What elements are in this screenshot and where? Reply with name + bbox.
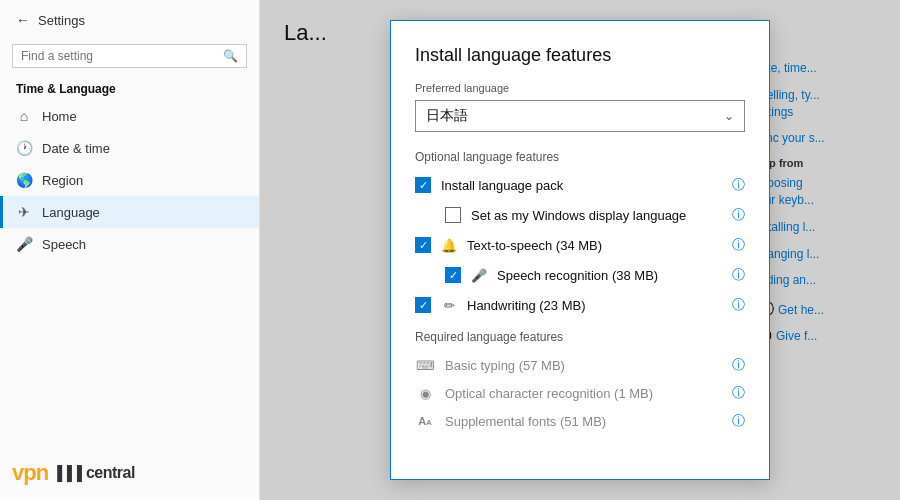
label-basic-typing: Basic typing (57 MB) [445,358,722,373]
globe-icon: 🌎 [16,172,32,188]
dropdown-value: 日本語 [426,107,468,125]
handwriting-icon: ✏ [441,298,457,313]
info-icon-install-lang[interactable]: ⓘ [732,176,745,194]
settings-title: Settings [38,13,85,28]
feature-speech-recognition: 🎤 Speech recognition (38 MB) ⓘ [415,266,745,284]
info-icon-display-lang[interactable]: ⓘ [732,206,745,224]
nav-label-home: Home [42,109,77,124]
info-icon-fonts[interactable]: ⓘ [732,412,745,430]
feature-handwriting: ✏ Handwriting (23 MB) ⓘ [415,296,745,314]
sidebar-item-region[interactable]: 🌎 Region [0,164,259,196]
speech-rec-icon: 🎤 [471,268,487,283]
install-language-modal: Install language features Preferred lang… [390,20,770,480]
vpn-logo: vpn ▐▐▐ central [0,454,147,492]
clock-icon: 🕐 [16,140,32,156]
checkbox-handwriting[interactable] [415,297,431,313]
ocr-icon: ◉ [415,386,435,401]
label-install-lang-pack: Install language pack [441,178,722,193]
checkbox-speech-rec[interactable] [445,267,461,283]
nav-label-date: Date & time [42,141,110,156]
label-ocr: Optical character recognition (1 MB) [445,386,722,401]
feature-install-lang-pack: Install language pack ⓘ [415,176,745,194]
sidebar-item-date-time[interactable]: 🕐 Date & time [0,132,259,164]
label-speech-rec: Speech recognition (38 MB) [497,268,722,283]
modal-overlay: Install language features Preferred lang… [260,0,900,500]
nav-label-language: Language [42,205,100,220]
search-icon: 🔍 [223,49,238,63]
optional-section-heading: Optional language features [415,150,745,164]
keyboard-icon: ⌨ [415,358,435,373]
modal-title: Install language features [415,45,745,66]
tts-icon: 🔔 [441,238,457,253]
language-icon: ✈ [16,204,32,220]
preferred-language-label: Preferred language [415,82,745,94]
label-supplemental-fonts: Supplemental fonts (51 MB) [445,414,722,429]
search-box[interactable]: 🔍 [12,44,247,68]
sidebar-item-speech[interactable]: 🎤 Speech [0,228,259,260]
checkbox-tts[interactable] [415,237,431,253]
language-dropdown[interactable]: 日本語 ⌄ [415,100,745,132]
vpn-text: vpn [12,460,48,486]
feature-display-language: Set as my Windows display language ⓘ [415,206,745,224]
label-tts: Text-to-speech (34 MB) [467,238,722,253]
required-basic-typing: ⌨ Basic typing (57 MB) ⓘ [415,356,745,374]
sidebar-item-language[interactable]: ✈ Language [0,196,259,228]
central-text: central [86,464,135,482]
info-icon-handwriting[interactable]: ⓘ [732,296,745,314]
label-display-language: Set as my Windows display language [471,208,722,223]
chevron-down-icon: ⌄ [724,109,734,123]
required-ocr: ◉ Optical character recognition (1 MB) ⓘ [415,384,745,402]
info-icon-ocr[interactable]: ⓘ [732,384,745,402]
checkbox-display-language[interactable] [445,207,461,223]
nav-label-speech: Speech [42,237,86,252]
label-handwriting: Handwriting (23 MB) [467,298,722,313]
fonts-icon: AA [415,415,435,427]
nav-label-region: Region [42,173,83,188]
home-icon: ⌂ [16,108,32,124]
sidebar-header: ← Settings [0,0,259,40]
info-icon-tts[interactable]: ⓘ [732,236,745,254]
vpn-icon: ▐▐▐ [52,465,82,481]
back-button[interactable]: ← [16,12,30,28]
sidebar-item-home[interactable]: ⌂ Home [0,100,259,132]
info-icon-speech-rec[interactable]: ⓘ [732,266,745,284]
time-language-section: Time & Language [0,76,259,100]
required-section-heading: Required language features [415,330,745,344]
feature-text-to-speech: 🔔 Text-to-speech (34 MB) ⓘ [415,236,745,254]
sidebar: ← Settings 🔍 Time & Language ⌂ Home 🕐 Da… [0,0,260,500]
info-icon-basic-typing[interactable]: ⓘ [732,356,745,374]
search-input[interactable] [21,49,223,63]
required-supplemental-fonts: AA Supplemental fonts (51 MB) ⓘ [415,412,745,430]
microphone-icon: 🎤 [16,236,32,252]
checkbox-install-lang-pack[interactable] [415,177,431,193]
